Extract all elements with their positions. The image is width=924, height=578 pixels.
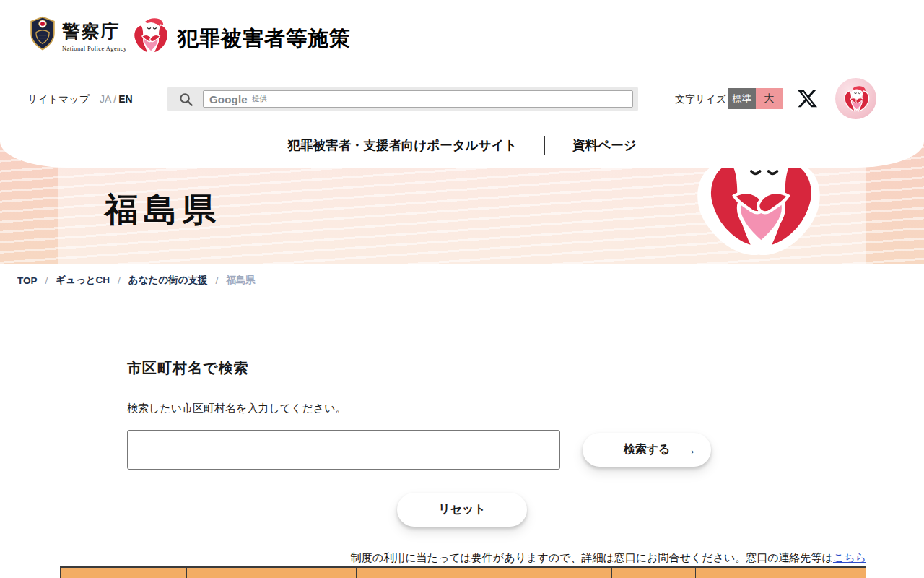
breadcrumb-top[interactable]: TOP <box>17 275 38 286</box>
breadcrumb-separator: / <box>118 275 121 286</box>
municipality-search-input[interactable] <box>127 430 560 470</box>
breadcrumb-separator: / <box>45 275 48 286</box>
section-heading: 市区町村名で検索 <box>127 358 248 378</box>
lang-separator: / <box>111 93 118 105</box>
reset-button[interactable]: リセット <box>397 493 527 527</box>
x-social-icon[interactable] <box>798 89 817 108</box>
mascot-button[interactable] <box>835 78 876 119</box>
site-header: 警察庁 National Police Agency 犯罪被害者等施策 サイトマ… <box>0 0 924 168</box>
table-header-cell <box>611 568 695 578</box>
arrow-right-icon: → <box>683 442 697 458</box>
search-icon <box>179 92 193 106</box>
site-search-input[interactable] <box>203 90 633 108</box>
table-header-cell <box>356 568 526 578</box>
agency-brand[interactable]: 警察庁 National Police Agency <box>62 20 127 52</box>
contact-note-link[interactable]: こちら <box>833 551 866 564</box>
breadcrumb-separator: / <box>215 275 218 286</box>
breadcrumb-current: 福島県 <box>226 274 256 287</box>
breadcrumb: TOP / ギュっとCH / あなたの街の支援 / 福島県 <box>17 274 256 287</box>
nav-separator <box>544 136 545 155</box>
contact-note: 制度の利用に当たっては要件がありますので、詳細は窓口にお問合せください。窓口の連… <box>351 551 866 565</box>
agency-subtitle: National Police Agency <box>62 45 127 52</box>
section-description: 検索したい市区町村名を入力してください。 <box>127 402 346 415</box>
table-header-cell <box>186 568 356 578</box>
table-header-cell <box>60 568 186 578</box>
page: 福島県 警察庁 National Police Agency <box>0 0 924 578</box>
nav-docs-link[interactable]: 資料ページ <box>572 137 636 154</box>
agency-name: 警察庁 <box>62 20 127 43</box>
font-size-large-button[interactable]: 大 <box>756 88 783 109</box>
page-title: 福島県 <box>105 188 222 233</box>
table-header-cell <box>780 568 866 578</box>
breadcrumb-city-support[interactable]: あなたの街の支援 <box>128 274 208 287</box>
search-button[interactable]: 検索する → <box>583 433 711 467</box>
contact-note-text: 制度の利用に当たっては要件がありますので、詳細は窓口にお問合せください。窓口の連… <box>351 551 833 564</box>
police-emblem-icon <box>27 16 58 51</box>
heart-hug-mascot-icon <box>842 85 871 113</box>
breadcrumb-gyutto-ch[interactable]: ギュっとCH <box>56 274 110 287</box>
mascot-logo <box>130 16 170 56</box>
heart-hug-mascot-icon <box>130 16 170 56</box>
lang-en-link[interactable]: EN <box>118 93 132 105</box>
font-size-label: 文字サイズ <box>675 93 726 106</box>
table-header-cell <box>526 568 611 578</box>
search-button-label: 検索する <box>624 443 671 455</box>
sitemap-link[interactable]: サイトマップ <box>27 93 90 106</box>
font-size-standard-button[interactable]: 標準 <box>728 88 756 109</box>
nav-portal-link[interactable]: 犯罪被害者・支援者向けポータルサイト <box>287 137 517 154</box>
support-table-header-row <box>60 566 866 578</box>
main-nav: 犯罪被害者・支援者向けポータルサイト 資料ページ <box>0 136 924 155</box>
lang-ja-link[interactable]: JA <box>100 93 111 105</box>
site-title[interactable]: 犯罪被害者等施策 <box>178 25 351 53</box>
table-header-cell <box>695 568 780 578</box>
site-search-bar: Google 提供 <box>167 87 638 111</box>
language-switcher: JA/EN <box>100 93 133 105</box>
